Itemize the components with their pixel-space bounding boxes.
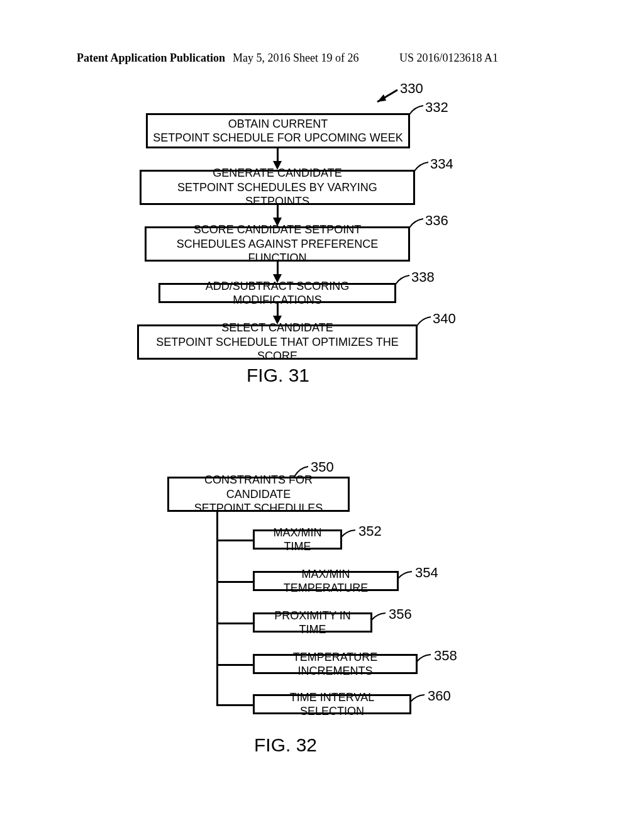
tree-item-358: TEMPERATURE INCREMENTS (253, 654, 418, 674)
ref-360: 360 (428, 688, 451, 704)
flow-step-334: GENERATE CANDIDATE SETPOINT SCHEDULES BY… (140, 170, 415, 205)
tree-item-352-text: MAX/MIN TIME (260, 526, 335, 554)
flow-step-338: ADD/SUBTRACT SCORING MODIFICATIONS (158, 283, 396, 303)
tree-branch-3 (216, 622, 253, 624)
ref-352: 352 (358, 523, 382, 540)
ref-354: 354 (415, 565, 438, 581)
flow-step-336: SCORE CANDIDATE SETPOINT SCHEDULES AGAIN… (145, 226, 410, 262)
fig31-caption: FIG. 31 (247, 365, 309, 386)
header-right: US 2016/0123618 A1 (399, 52, 498, 65)
tree-root-l2: SETPOINT SCHEDULES (194, 501, 323, 516)
ref-330: 330 (400, 80, 423, 97)
flow-step-336-l1: SCORE CANDIDATE SETPOINT (194, 223, 362, 237)
flow-step-340-l1: SELECT CANDIDATE (221, 321, 333, 335)
arrow-1 (277, 148, 279, 162)
ref-336: 336 (425, 213, 448, 229)
leader-358 (417, 653, 436, 667)
tree-branch-2 (216, 581, 253, 583)
flow-step-332-l2: SETPOINT SCHEDULE FOR UPCOMING WEEK (153, 131, 403, 145)
ref-358: 358 (434, 648, 457, 664)
ref-356: 356 (389, 606, 412, 622)
flow-step-340-l2: SETPOINT SCHEDULE THAT OPTIMIZES THE SCO… (143, 335, 412, 363)
fig32-caption: FIG. 32 (254, 734, 317, 756)
flow-step-334-l2: SETPOINT SCHEDULES BY VARYING SETPOINTS (145, 180, 409, 209)
leader-354 (398, 570, 417, 584)
ref-340: 340 (433, 311, 456, 327)
tree-item-360-text: TIME INTERVAL SELECTION (260, 690, 404, 719)
tree-item-358-text: TEMPERATURE INCREMENTS (260, 650, 411, 678)
tree-item-354: MAX/MIN TEMPERATURE (253, 571, 399, 591)
ref-334: 334 (430, 156, 453, 172)
tree-item-352: MAX/MIN TIME (253, 529, 342, 550)
flow-step-336-l2: SCHEDULES AGAINST PREFERENCE FUNCTION (150, 237, 404, 265)
tree-item-360: TIME INTERVAL SELECTION (253, 694, 411, 714)
leader-360 (411, 693, 430, 707)
tree-root-l1: CONSTRAINTS FOR CANDIDATE (174, 473, 343, 501)
header-mid: May 5, 2016 Sheet 19 of 26 (233, 52, 358, 65)
leader-352 (341, 528, 360, 542)
arrow-3 (277, 262, 279, 275)
arrow-4 (277, 303, 279, 317)
tree-branch-1 (216, 540, 253, 541)
tree-item-354-text: MAX/MIN TEMPERATURE (260, 567, 392, 595)
flow-step-334-l1: GENERATE CANDIDATE (213, 166, 341, 180)
header-left: Patent Application Publication (77, 52, 225, 65)
ref-332: 332 (425, 99, 448, 116)
tree-root-350: CONSTRAINTS FOR CANDIDATE SETPOINT SCHED… (167, 477, 350, 512)
ref-350: 350 (311, 459, 334, 475)
tree-branch-4 (216, 664, 253, 666)
tree-item-356-text: PROXIMITY IN TIME (260, 609, 365, 637)
tree-item-356: PROXIMITY IN TIME (253, 612, 372, 633)
svg-marker-1 (377, 94, 386, 102)
flow-step-340: SELECT CANDIDATE SETPOINT SCHEDULE THAT … (137, 324, 418, 360)
arrow-2 (277, 205, 279, 219)
tree-branch-5 (216, 704, 253, 706)
ref-338: 338 (411, 269, 435, 285)
leader-356 (372, 611, 391, 625)
flow-step-332: OBTAIN CURRENT SETPOINT SCHEDULE FOR UPC… (146, 113, 410, 148)
flow-step-332-l1: OBTAIN CURRENT (228, 117, 328, 131)
